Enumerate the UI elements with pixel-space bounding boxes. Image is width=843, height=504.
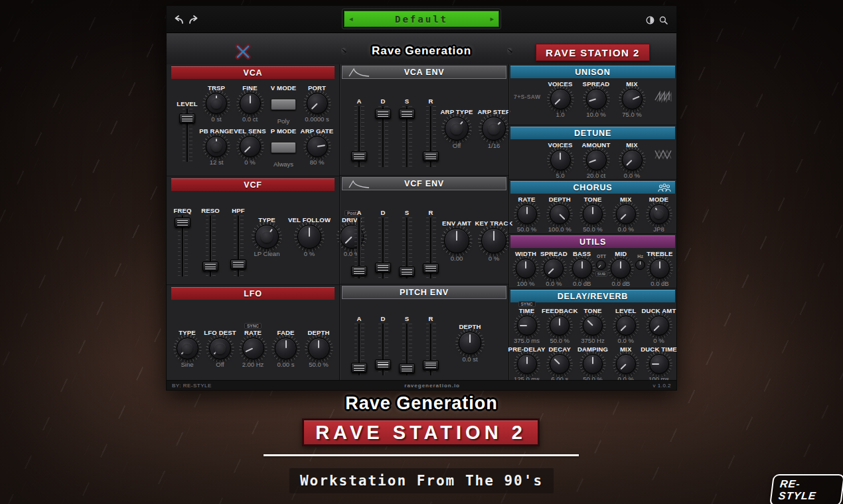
slider-level-track[interactable] (183, 109, 192, 162)
knob-voices[interactable] (550, 150, 571, 170)
knob-spread[interactable] (544, 259, 564, 279)
knob-bass[interactable] (572, 259, 592, 279)
knob-type[interactable] (177, 338, 198, 359)
knob-mix[interactable] (616, 354, 636, 374)
slider-freq-track[interactable] (178, 216, 188, 277)
slider-a-handle[interactable] (351, 151, 367, 161)
knob-rate[interactable] (517, 204, 537, 224)
knob-pre-delay[interactable] (517, 354, 537, 374)
slider-a: A (350, 315, 368, 375)
knob-arp-gate[interactable] (307, 136, 328, 157)
mini-sync-toggle[interactable]: SYNC (244, 323, 262, 329)
slider-hpf-track[interactable] (234, 216, 244, 277)
knob-rate-group: SYNCRATE2.00 Hz (238, 329, 268, 368)
mini-hz-knob[interactable] (635, 260, 645, 270)
slider-s-track[interactable] (402, 106, 412, 167)
knob-trsp[interactable] (206, 93, 227, 114)
slider-r-track[interactable] (426, 324, 436, 375)
knob-arp-step[interactable] (482, 117, 506, 141)
knob-lfo-dest[interactable] (209, 338, 231, 359)
knob-type[interactable] (255, 225, 279, 249)
slider-freq-handle[interactable] (175, 218, 191, 227)
knob-arp-type[interactable] (445, 117, 469, 141)
knob-env-amt[interactable] (444, 228, 469, 253)
slider-s-track[interactable] (402, 218, 412, 279)
redo-icon[interactable] (188, 15, 198, 24)
knob-decay[interactable] (550, 354, 570, 374)
knob-mode[interactable] (649, 204, 669, 224)
knob-tone[interactable] (583, 204, 603, 224)
knob-duck-time[interactable] (649, 354, 669, 374)
knob-fade[interactable] (275, 338, 297, 359)
knob-depth[interactable] (550, 204, 570, 224)
knob-time[interactable] (517, 316, 537, 336)
preset-display[interactable]: ◂ Default ▸ (342, 9, 501, 29)
knob-width[interactable] (516, 259, 536, 279)
knob-treble[interactable] (650, 259, 670, 279)
slider-d-handle[interactable] (375, 359, 391, 369)
knob-depth[interactable] (308, 338, 330, 359)
knob-vel-sens[interactable] (240, 136, 261, 157)
slider-r-label: R (428, 315, 433, 322)
slider-a-track[interactable] (354, 106, 364, 167)
mini-sub-toggle[interactable]: SUB (595, 271, 608, 277)
slider-r-track[interactable] (426, 106, 436, 167)
knob-mid[interactable] (611, 259, 631, 279)
v-mode-value: Poly (277, 117, 289, 125)
knob-amount[interactable] (586, 150, 607, 170)
slider-a-track[interactable] (354, 218, 364, 279)
undo-icon[interactable] (175, 15, 185, 24)
website-link[interactable]: ravegeneration.io (404, 383, 460, 389)
slider-s: S (398, 209, 416, 279)
knob-rate[interactable] (242, 338, 264, 359)
slider-s-handle[interactable] (399, 363, 415, 373)
knob-feedback[interactable] (550, 316, 570, 336)
mini-ott-knob[interactable] (596, 260, 606, 270)
slider-r-track[interactable] (426, 218, 436, 279)
slider-d-track[interactable] (378, 324, 388, 375)
header-badge: RAVE STATION 2 (536, 44, 650, 61)
slider-r-handle[interactable] (423, 360, 439, 370)
knob-fine[interactable] (240, 93, 261, 114)
mini-sync-toggle[interactable]: SYNC (518, 301, 535, 307)
knob-rate-group: RATE50.0 % (512, 196, 542, 233)
knob-mix[interactable] (616, 204, 636, 224)
preset-name[interactable]: Default (353, 14, 491, 25)
knob-port[interactable] (307, 93, 328, 114)
slider-a-handle[interactable] (351, 363, 367, 373)
slider-a-handle[interactable] (351, 266, 367, 276)
slider-d-handle[interactable] (375, 109, 391, 119)
slider-reso-handle[interactable] (202, 261, 218, 271)
slider-hpf-handle[interactable] (230, 259, 246, 269)
slider-d-handle[interactable] (375, 263, 391, 273)
knob-tone[interactable] (583, 316, 603, 336)
preset-next-icon[interactable]: ▸ (490, 15, 494, 23)
slider-d-track[interactable] (378, 106, 388, 167)
knob-vel-follow[interactable] (297, 225, 321, 249)
knob-duck-amt[interactable] (649, 316, 669, 336)
slider-r-handle[interactable] (423, 263, 439, 273)
knob-spread[interactable] (586, 89, 607, 109)
slider-a-track[interactable] (354, 324, 364, 375)
slider-s-handle[interactable] (399, 267, 415, 277)
slider-s-track[interactable] (402, 324, 412, 375)
button-v-mode[interactable] (271, 99, 296, 110)
knob-key-track[interactable] (481, 228, 506, 253)
slider-r-handle[interactable] (423, 151, 439, 161)
knob-level[interactable] (616, 316, 636, 336)
contrast-icon[interactable] (646, 15, 656, 25)
knob-mix[interactable] (622, 150, 643, 170)
vcf-header: VCF (171, 178, 335, 191)
knob-depth[interactable] (459, 332, 481, 354)
slider-level-handle[interactable] (179, 113, 195, 123)
knob-mix[interactable] (622, 89, 643, 109)
knob-pb-range[interactable] (206, 136, 227, 157)
button-p-mode[interactable] (271, 142, 296, 153)
knob-pointer (581, 261, 583, 269)
knob-damping[interactable] (583, 354, 603, 374)
slider-reso-track[interactable] (206, 216, 216, 277)
slider-d-track[interactable] (378, 218, 388, 279)
zoom-icon[interactable] (659, 15, 670, 25)
slider-s-handle[interactable] (399, 109, 415, 119)
knob-voices[interactable] (550, 89, 571, 109)
